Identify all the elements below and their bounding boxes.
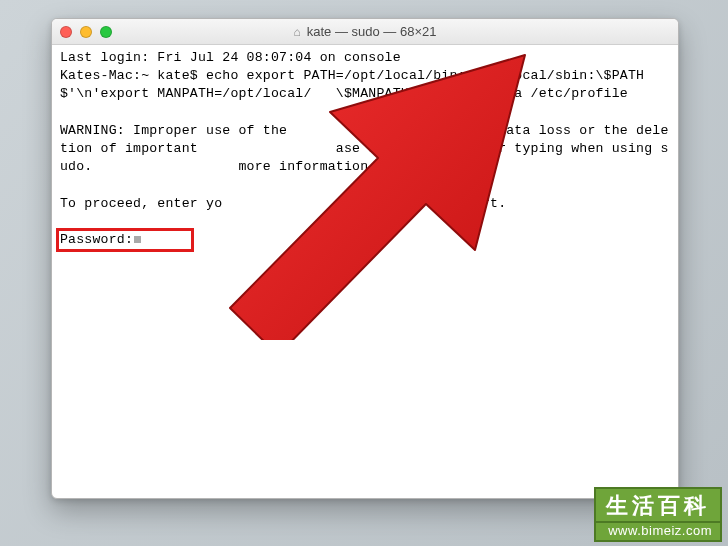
home-icon: ⌂ (294, 25, 301, 39)
terminal-body[interactable]: Last login: Fri Jul 24 08:07:04 on conso… (52, 45, 678, 498)
password-cursor-icon (134, 236, 141, 243)
watermark-text: 生活百科 (594, 487, 722, 523)
password-prompt[interactable]: Password: (60, 231, 141, 249)
blank-line (60, 177, 670, 195)
proceed-line: To proceed, enter yo C to abort. (60, 196, 506, 211)
window-title: ⌂ kate — sudo — 68×21 (52, 24, 678, 39)
blank-line (60, 104, 670, 122)
command-line: Kates-Mac:~ kate$ echo export PATH=/opt/… (60, 68, 644, 101)
close-icon[interactable] (60, 26, 72, 38)
watermark: 生活百科 www.bimeiz.com (594, 487, 722, 542)
zoom-icon[interactable] (100, 26, 112, 38)
minimize-icon[interactable] (80, 26, 92, 38)
terminal-window: ⌂ kate — sudo — 68×21 Last login: Fri Ju… (51, 18, 679, 499)
watermark-url: www.bimeiz.com (594, 523, 722, 542)
password-label: Password: (60, 232, 133, 247)
last-login-line: Last login: Fri Jul 24 08:07:04 on conso… (60, 50, 401, 65)
titlebar[interactable]: ⌂ kate — sudo — 68×21 (52, 19, 678, 45)
window-title-text: kate — sudo — 68×21 (307, 24, 437, 39)
blank-line (60, 213, 670, 231)
sudo-warning: WARNING: Improper use of the d to data l… (60, 123, 669, 174)
window-controls (60, 26, 112, 38)
